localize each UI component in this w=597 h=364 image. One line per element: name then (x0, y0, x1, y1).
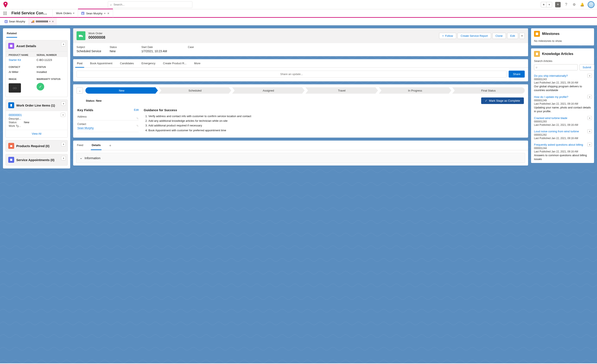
tab-label: Work Orders (56, 12, 71, 15)
article-title-link[interactable]: Cracked wind turbine blade (534, 117, 591, 120)
contact-label: CONTACT (9, 64, 37, 68)
path-toggle-button[interactable]: ⌄ (77, 87, 83, 94)
related-tab[interactable]: Related (6, 31, 17, 38)
status-value: New (110, 49, 133, 53)
path-stage-assigned[interactable]: Assigned (232, 87, 305, 94)
article-title-link[interactable]: How do I update my profile? (534, 95, 591, 98)
activity-tab-candidates[interactable]: Candidates (116, 59, 138, 67)
products-required-card: Products Required (0) ▾ (6, 140, 68, 151)
center-column: Work Order 00000008 +Follow Create Servi… (73, 28, 528, 360)
edit-icon[interactable]: ✎ (136, 117, 139, 120)
article-title-link[interactable]: Do you ship internationally? (534, 74, 591, 77)
nav-tab-sean-murphy[interactable]: ◧ Sean Murphy ▾ ✕ (78, 9, 113, 17)
card-menu-button[interactable]: ▾ (61, 156, 66, 160)
svg-point-3 (6, 12, 7, 12)
article-description: Updating your name, photo and contact de… (534, 105, 591, 113)
share-button[interactable]: Share (509, 71, 525, 78)
activity-tab-create-product-request[interactable]: Create Product R... (159, 59, 190, 67)
path-stage-new[interactable]: New (85, 87, 158, 94)
section-information[interactable]: ⌄ Information (76, 153, 525, 163)
follow-button[interactable]: +Follow (439, 33, 456, 39)
nav-tab-work-orders[interactable]: Work Orders ▾ (52, 9, 78, 17)
setup-button[interactable]: ⚙ (572, 2, 577, 7)
path-stage-in-progress[interactable]: In Progress (379, 87, 451, 94)
user-avatar[interactable] (588, 1, 595, 8)
key-field-contact: Contact Sean Murphy ✎ (77, 121, 139, 132)
close-icon[interactable]: ✕ (107, 12, 110, 15)
article-menu-button[interactable]: ▾ (587, 143, 592, 146)
related-header: Related (3, 28, 70, 38)
plus-icon: + (442, 34, 444, 37)
favorites-toggle[interactable]: ★ ▾ (541, 2, 552, 8)
card-title[interactable]: Products Required (0) (16, 144, 49, 148)
svg-point-8 (5, 14, 6, 15)
article-menu-button[interactable]: ▾ (587, 116, 592, 120)
asset-image-thumbnail[interactable]: ◯◯ (9, 83, 21, 93)
guidance-step: Book Appointment with customer for prefe… (149, 128, 524, 133)
knowledge-search-input[interactable] (534, 64, 578, 70)
detail-tab-add[interactable]: + (108, 142, 112, 150)
edit-icon[interactable]: ✎ (136, 124, 139, 127)
share-update-input[interactable]: Share an update... (77, 71, 507, 78)
edit-button[interactable]: Edit (507, 33, 518, 39)
app-launcher-button[interactable] (2, 10, 8, 16)
chevron-down-icon[interactable]: ▾ (104, 12, 105, 15)
card-menu-button[interactable]: ▾ (61, 42, 66, 46)
key-field-address: Address ✎ (77, 114, 139, 120)
activity-tab-book-appointment[interactable]: Book Appointment (86, 59, 116, 67)
global-search-input[interactable] (114, 3, 190, 6)
row-menu-button[interactable]: ▾ (61, 113, 65, 117)
article-title-link[interactable]: Loud noise coming from wind turbine (534, 130, 591, 133)
svg-rect-18 (536, 53, 538, 55)
activity-tab-post[interactable]: Post (73, 59, 86, 67)
key-fields-title: Key Fields (77, 108, 93, 112)
knowledge-article-item: ▾Do you ship internationally?000001243La… (531, 73, 594, 94)
subtab-work-order[interactable]: 🚚 00000008 ▾ ✕ (28, 18, 57, 25)
path-stage-scheduled[interactable]: Scheduled (159, 87, 231, 94)
woli-icon (8, 102, 14, 108)
warranty-label: WARRANTY STATUS (37, 77, 64, 80)
knowledge-submit-button[interactable]: Submit (580, 64, 594, 70)
subtab-contact[interactable]: ◧ Sean Murphy (2, 18, 28, 25)
path-stage-final-status[interactable]: Final Status (452, 87, 525, 94)
article-menu-button[interactable]: ▾ (587, 95, 592, 99)
chevron-down-icon[interactable]: ▾ (49, 20, 51, 23)
contact-icon: ◧ (81, 12, 84, 15)
create-service-report-button[interactable]: Create Service Report (457, 33, 491, 39)
chevron-down-icon: ▾ (521, 34, 523, 37)
mark-stage-complete-button[interactable]: ✓Mark Stage as Complete (481, 97, 524, 104)
detail-tab-feed[interactable]: Feed (76, 142, 84, 150)
more-actions-button[interactable]: ▾ (519, 33, 525, 39)
card-menu-button[interactable]: ▾ (61, 102, 66, 106)
status-value: Installed (37, 70, 64, 75)
knowledge-icon (534, 51, 540, 57)
article-published: Last Published Jan 22, 2021, 09:16 AM (534, 123, 591, 127)
card-menu-button[interactable]: ▾ (61, 142, 66, 146)
global-create-button[interactable]: + (555, 2, 561, 8)
article-menu-button[interactable]: ▾ (587, 129, 592, 133)
help-button[interactable]: ? (564, 2, 569, 7)
header-actions: ★ ▾ + ? ⚙ 🔔 (541, 1, 595, 8)
activity-tab-more[interactable]: More (190, 59, 204, 67)
article-title-link[interactable]: Frequently asked questions about billing (534, 143, 591, 146)
view-all-link[interactable]: View All (6, 130, 67, 137)
notifications-button[interactable]: 🔔 (580, 2, 585, 7)
global-search-box[interactable]: ⌕ (108, 1, 192, 8)
card-title[interactable]: Work Order Line Items (1) (16, 103, 55, 107)
clone-button[interactable]: Clone (492, 33, 506, 39)
card-title[interactable]: Service Appointments (0) (16, 158, 54, 162)
path-stage-travel[interactable]: Travel (306, 87, 378, 94)
help-icon: ? (565, 2, 567, 7)
article-menu-button[interactable]: ▾ (587, 74, 592, 78)
contact-link[interactable]: Sean Murphy (77, 127, 94, 130)
asset-icon (8, 43, 14, 49)
activity-tab-emergency[interactable]: Emergency (138, 59, 159, 67)
chevron-down-icon[interactable]: ▾ (73, 12, 74, 15)
contact-icon: ◧ (5, 20, 8, 23)
detail-tab-details[interactable]: Details (91, 142, 102, 150)
knowledge-article-item: ▾How do I update my profile?000001249Las… (531, 94, 594, 115)
activity-tabs: Post Book Appointment Candidates Emergen… (73, 59, 528, 68)
product-name-link[interactable]: Starter Kit (9, 58, 37, 63)
close-icon[interactable]: ✕ (52, 20, 54, 23)
key-fields-edit-link[interactable]: Edit (134, 108, 139, 112)
